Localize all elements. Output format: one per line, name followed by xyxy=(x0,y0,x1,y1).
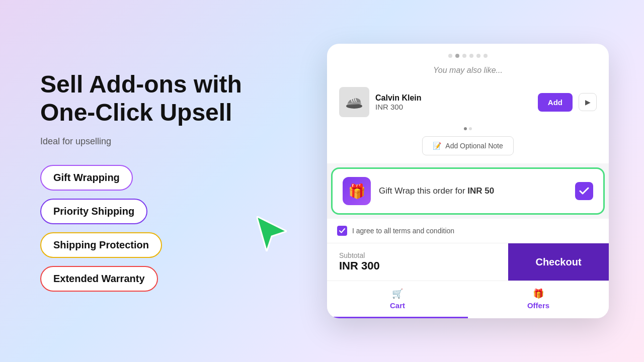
add-product-button[interactable]: Add xyxy=(538,93,573,112)
section-title: You may also like... xyxy=(339,66,597,75)
cart-icon: 🛒 xyxy=(392,288,403,299)
subtitle: Ideal for upselling xyxy=(40,136,252,147)
tag-gift-wrapping: Gift Wrapping xyxy=(40,165,133,191)
tag-extended-warranty: Extended Warranty xyxy=(40,266,158,292)
bottom-bar: Subtotal INR 300 Checkout xyxy=(327,243,609,281)
nav-cart[interactable]: 🛒 Cart xyxy=(327,281,468,318)
tag-list: Gift Wrapping Priority Shipping Shipping… xyxy=(40,165,252,292)
product-name: Calvin Klein xyxy=(375,94,532,103)
product-price: INR 300 xyxy=(375,103,532,111)
gift-icon: 🎁 xyxy=(348,183,366,200)
terms-checkmark-icon xyxy=(339,228,345,233)
subtotal-amount: INR 300 xyxy=(339,259,496,273)
dot-6 xyxy=(484,54,488,58)
dot-3 xyxy=(462,54,466,58)
gift-wrap-text: Gift Wrap this order for INR 50 xyxy=(379,186,567,196)
dot-2 xyxy=(455,54,459,58)
terms-section: I agree to all terms and condition xyxy=(327,219,609,243)
gift-wrap-section[interactable]: 🎁 Gift Wrap this order for INR 50 xyxy=(331,167,605,215)
product-info: Calvin Klein INR 300 xyxy=(375,94,532,111)
gift-wrap-checkbox[interactable] xyxy=(575,182,593,200)
dot-5 xyxy=(476,54,480,58)
product-image-svg xyxy=(344,92,364,112)
subtotal-section: Subtotal INR 300 xyxy=(327,243,508,281)
product-row: Calvin Klein INR 300 Add ▶ xyxy=(339,83,597,121)
terms-checkbox[interactable] xyxy=(337,226,347,236)
note-icon: 📝 xyxy=(433,142,441,150)
checkout-button[interactable]: Checkout xyxy=(508,243,609,281)
offers-icon: 🎁 xyxy=(533,288,544,299)
dot-1 xyxy=(448,54,452,58)
checkmark-icon xyxy=(579,187,589,195)
nav-bar: 🛒 Cart 🎁 Offers xyxy=(327,281,609,318)
headline: Sell Add-ons with One-Click Upsell xyxy=(40,70,252,126)
terms-text: I agree to all terms and condition xyxy=(352,227,454,235)
top-section: You may also like... Calvin Klein INR 30… xyxy=(327,44,609,163)
mini-dots xyxy=(339,127,597,130)
mini-dot-1 xyxy=(464,127,467,130)
optional-note-button[interactable]: 📝 Add Optional Note xyxy=(422,136,513,155)
cursor-arrow xyxy=(257,216,287,251)
svg-marker-0 xyxy=(257,216,287,251)
right-panel: You may also like... Calvin Klein INR 30… xyxy=(292,0,644,362)
product-arrow-button[interactable]: ▶ xyxy=(579,93,597,111)
tag-shipping-protection: Shipping Protection xyxy=(40,232,162,258)
left-panel: Sell Add-ons with One-Click Upsell Ideal… xyxy=(0,0,292,362)
phone-card: You may also like... Calvin Klein INR 30… xyxy=(327,44,609,318)
subtotal-label: Subtotal xyxy=(339,251,496,259)
dot-4 xyxy=(469,54,473,58)
mini-dot-2 xyxy=(469,127,472,130)
tag-priority-shipping: Priority Shipping xyxy=(40,199,147,224)
gift-icon-container: 🎁 xyxy=(343,177,371,205)
nav-offers[interactable]: 🎁 Offers xyxy=(468,281,609,318)
product-image xyxy=(339,87,369,117)
progress-dots xyxy=(339,54,597,58)
